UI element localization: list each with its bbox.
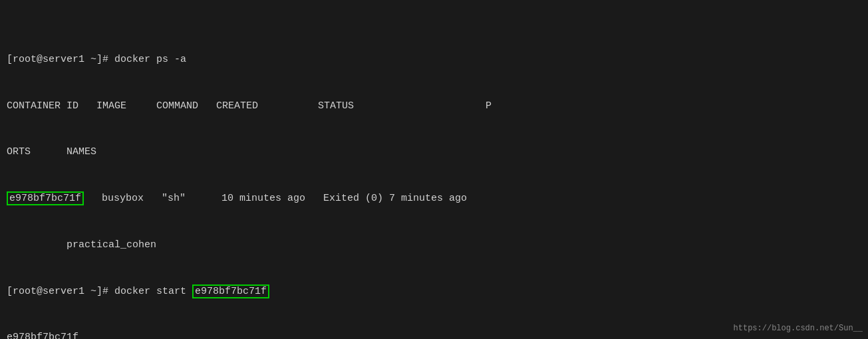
header-text: CONTAINER ID IMAGE COMMAND CREATED STATU… (7, 100, 492, 112)
line-docker-ps-a: [root@server1 ~]# docker ps -a (7, 52, 861, 67)
line-header2: ORTS NAMES (7, 144, 861, 160)
start-prompt: [root@server1 ~]# docker start (7, 286, 192, 297)
prompt-text: [root@server1 ~]# docker ps -a (7, 54, 186, 65)
practical-cohen-text: practical_cohen (7, 239, 156, 251)
row1-rest: busybox "sh" 10 minutes ago Exited (0) 7… (84, 193, 467, 204)
line-data-row1: e978bf7bc71f busybox "sh" 10 minutes ago… (7, 191, 861, 206)
line-docker-start: [root@server1 ~]# docker start e978bf7bc… (7, 284, 861, 299)
line-header1: CONTAINER ID IMAGE COMMAND CREATED STATU… (7, 98, 861, 114)
container-id-box-start: e978bf7bc71f (192, 284, 269, 298)
header-text-cont: ORTS NAMES (7, 146, 96, 158)
line-practical-cohen: practical_cohen (7, 237, 861, 253)
terminal-window: [root@server1 ~]# docker ps -a CONTAINER… (0, 0, 868, 339)
container-id-box-1: e978bf7bc71f (7, 191, 84, 205)
watermark: https://blog.csdn.net/Sun__ (734, 322, 863, 335)
start-output-text: e978bf7bc71f (7, 332, 78, 339)
